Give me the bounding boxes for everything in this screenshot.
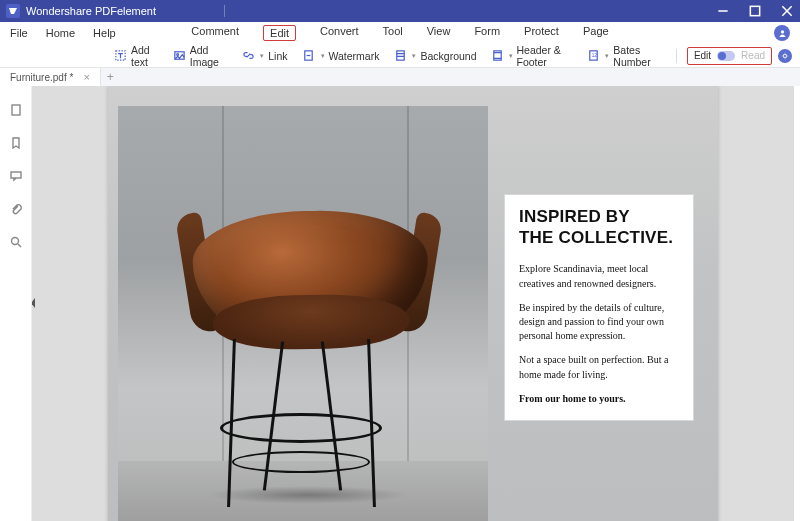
page-photo bbox=[118, 106, 488, 521]
bates-icon: 12 bbox=[587, 49, 600, 63]
heading: INSPIRED BY THE COLLECTIVE. bbox=[519, 207, 679, 248]
paragraph-2: Be inspired by the details of culture, d… bbox=[519, 301, 679, 344]
svg-rect-14 bbox=[12, 105, 20, 115]
separator bbox=[224, 5, 225, 17]
dropdown-icon: ▾ bbox=[509, 52, 513, 60]
menu-help[interactable]: Help bbox=[93, 27, 116, 39]
add-tab-button[interactable]: + bbox=[101, 70, 120, 84]
tab-label: Furniture.pdf * bbox=[10, 72, 73, 83]
paragraph-3: Not a space built on perfection. But a h… bbox=[519, 353, 679, 381]
document-tab[interactable]: Furniture.pdf * × bbox=[0, 68, 101, 86]
mode-toggle[interactable] bbox=[717, 51, 735, 61]
left-sidebar bbox=[0, 86, 32, 521]
menu-protect[interactable]: Protect bbox=[524, 25, 559, 41]
background-button[interactable]: ▾ Background bbox=[389, 46, 480, 66]
svg-rect-3 bbox=[750, 6, 759, 15]
attachments-icon[interactable] bbox=[8, 201, 23, 216]
user-avatar-icon[interactable] bbox=[774, 25, 790, 41]
search-icon[interactable] bbox=[8, 234, 23, 249]
dropdown-icon: ▾ bbox=[321, 52, 325, 60]
svg-rect-9 bbox=[397, 51, 404, 60]
text-icon bbox=[114, 49, 127, 63]
add-image-button[interactable]: Add Image bbox=[169, 46, 231, 66]
header-footer-button[interactable]: ▾ Header & Footer bbox=[487, 46, 578, 66]
link-icon bbox=[241, 49, 255, 63]
svg-point-7 bbox=[176, 54, 178, 56]
svg-point-13 bbox=[783, 54, 786, 57]
toolbar-divider bbox=[676, 49, 677, 63]
pdf-page[interactable]: INSPIRED BY THE COLLECTIVE. Explore Scan… bbox=[108, 86, 718, 521]
menu-page[interactable]: Page bbox=[583, 25, 609, 41]
menu-file[interactable]: File bbox=[10, 27, 28, 39]
link-button[interactable]: ▾ Link bbox=[237, 46, 291, 66]
page-text-block[interactable]: INSPIRED BY THE COLLECTIVE. Explore Scan… bbox=[504, 194, 694, 421]
paragraph-4: From our home to yours. bbox=[519, 392, 679, 406]
menu-view[interactable]: View bbox=[427, 25, 451, 41]
svg-text:12: 12 bbox=[592, 53, 598, 58]
svg-point-4 bbox=[780, 30, 783, 33]
document-tab-bar: Furniture.pdf * × + bbox=[0, 68, 800, 86]
add-text-button[interactable]: Add text bbox=[110, 46, 163, 66]
menu-edit[interactable]: Edit bbox=[263, 25, 296, 41]
watermark-icon bbox=[302, 49, 316, 63]
app-title: Wondershare PDFelement bbox=[26, 5, 156, 17]
dropdown-icon: ▾ bbox=[412, 52, 416, 60]
bookmarks-icon[interactable] bbox=[8, 135, 23, 150]
menu-convert[interactable]: Convert bbox=[320, 25, 359, 41]
right-gutter bbox=[794, 86, 800, 521]
title-bar: Wondershare PDFelement bbox=[0, 0, 800, 22]
document-canvas[interactable]: INSPIRED BY THE COLLECTIVE. Explore Scan… bbox=[32, 86, 794, 521]
dropdown-icon: ▾ bbox=[260, 52, 264, 60]
workspace: INSPIRED BY THE COLLECTIVE. Explore Scan… bbox=[0, 86, 800, 521]
edit-toolbar: Add text Add Image ▾ Link ▾ Watermark ▾ … bbox=[0, 44, 800, 68]
dropdown-icon: ▾ bbox=[605, 52, 609, 60]
chair-illustration bbox=[178, 151, 438, 506]
settings-icon[interactable] bbox=[778, 49, 792, 63]
maximize-button[interactable] bbox=[748, 4, 762, 18]
quick-access-toolbar bbox=[168, 5, 261, 17]
bates-number-button[interactable]: 12 ▾ Bates Number bbox=[583, 46, 666, 66]
image-icon bbox=[173, 49, 186, 63]
menu-home[interactable]: Home bbox=[46, 27, 75, 39]
close-button[interactable] bbox=[780, 4, 794, 18]
comments-icon[interactable] bbox=[8, 168, 23, 183]
thumbnails-icon[interactable] bbox=[8, 102, 23, 117]
svg-point-16 bbox=[11, 237, 18, 244]
svg-rect-15 bbox=[11, 172, 21, 178]
watermark-button[interactable]: ▾ Watermark bbox=[298, 46, 384, 66]
mode-read-label[interactable]: Read bbox=[741, 50, 765, 61]
tab-close-icon[interactable]: × bbox=[83, 71, 89, 83]
paragraph-1: Explore Scandinavia, meet local creative… bbox=[519, 262, 679, 290]
menu-comment[interactable]: Comment bbox=[191, 25, 239, 41]
menu-bar: File Home Help Comment Edit Convert Tool… bbox=[0, 22, 800, 44]
app-logo bbox=[6, 4, 20, 18]
mode-edit-label[interactable]: Edit bbox=[694, 50, 711, 61]
menu-form[interactable]: Form bbox=[474, 25, 500, 41]
menu-tool[interactable]: Tool bbox=[383, 25, 403, 41]
prev-page-handle[interactable] bbox=[32, 295, 36, 313]
mode-toggle-highlight: Edit Read bbox=[687, 47, 772, 65]
minimize-button[interactable] bbox=[716, 4, 730, 18]
background-icon bbox=[393, 49, 407, 63]
window-controls bbox=[716, 4, 794, 18]
header-footer-icon bbox=[491, 49, 504, 63]
